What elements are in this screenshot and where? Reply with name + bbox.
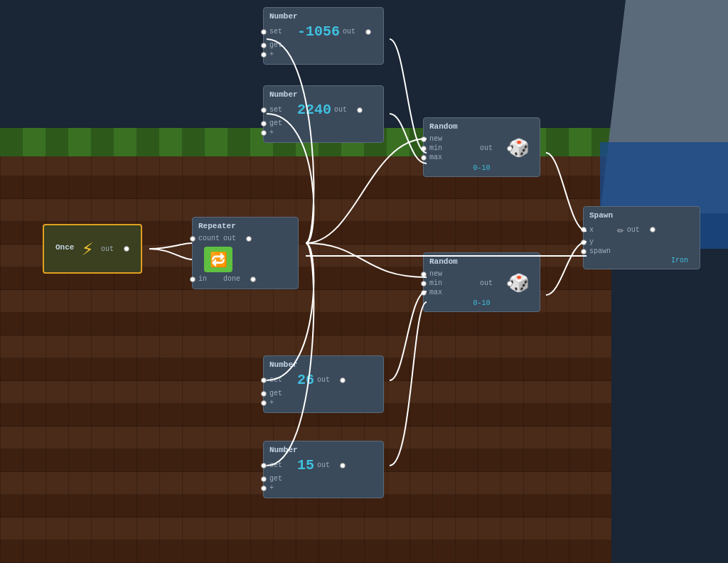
number1-node[interactable]: Number set -1056 out get + — [263, 7, 384, 65]
number1-out-dot[interactable] — [365, 29, 371, 35]
number4-value: 15 — [297, 457, 314, 473]
number3-out-label: out — [317, 376, 330, 384]
spawn-item-label: Iron — [589, 257, 688, 264]
number4-plus-label: + — [269, 484, 294, 492]
once-out-dot[interactable] — [124, 246, 129, 252]
repeater-in-dot[interactable] — [190, 277, 196, 282]
repeater-out-dot[interactable] — [246, 236, 252, 242]
random2-range: 0-10 — [429, 299, 534, 307]
number4-node[interactable]: Number set 15 out get + — [263, 441, 384, 498]
repeater-count-dot[interactable] — [190, 236, 196, 242]
number2-get-dot[interactable] — [261, 121, 267, 127]
number2-node[interactable]: Number set 2240 out get + — [263, 85, 384, 143]
spawn-y-label: y — [589, 238, 614, 246]
number4-set-label: set — [269, 461, 294, 469]
number1-set-label: set — [269, 28, 294, 36]
spawn-out-label: out — [627, 226, 640, 234]
spawn-node[interactable]: Spawn x ✏️ out y spawn Iron — [583, 206, 700, 269]
spawn-spawn-dot[interactable] — [581, 249, 587, 254]
random1-out-label: out — [480, 144, 493, 152]
random2-out-dot[interactable] — [507, 281, 513, 286]
spawn-y-dot[interactable] — [581, 240, 587, 245]
spawn-spawn-label: spawn — [589, 247, 614, 255]
number4-out-dot[interactable] — [340, 463, 346, 468]
random1-node[interactable]: Random new min out max 🎲 0-10 — [423, 117, 540, 177]
number4-set-dot[interactable] — [261, 463, 267, 468]
spawn-title: Spawn — [589, 211, 694, 220]
repeater-in-label: in — [198, 275, 223, 283]
number3-plus-label: + — [269, 399, 294, 407]
number2-set-label: set — [269, 106, 294, 114]
number2-out-dot[interactable] — [357, 107, 363, 113]
repeater-icon: 🔁 — [204, 247, 232, 272]
number2-plus-label: + — [269, 129, 294, 136]
number2-out-label: out — [334, 106, 347, 114]
number3-get-dot[interactable] — [261, 391, 267, 397]
random1-max-label: max — [429, 154, 454, 161]
number1-plus-dot[interactable] — [261, 52, 267, 58]
number2-set-dot[interactable] — [261, 107, 267, 113]
number1-out-label: out — [343, 28, 355, 36]
number1-get-dot[interactable] — [261, 43, 267, 48]
once-title: Once — [55, 243, 74, 252]
number3-plus-dot[interactable] — [261, 400, 267, 406]
number4-out-label: out — [317, 461, 330, 469]
number1-title: Number — [269, 12, 378, 21]
repeater-done-dot[interactable] — [250, 277, 256, 282]
random1-title: Random — [429, 122, 534, 131]
random2-node[interactable]: Random new min out max 🎲 0-10 — [423, 252, 540, 312]
spawn-x-label: x — [589, 226, 614, 234]
random2-out-label: out — [480, 279, 493, 287]
repeater-done-label: done — [223, 275, 240, 283]
random2-min-dot[interactable] — [421, 281, 427, 286]
number2-plus-dot[interactable] — [261, 130, 267, 136]
random1-out-dot[interactable] — [507, 146, 513, 151]
random2-max-label: max — [429, 289, 454, 296]
random1-range: 0-10 — [429, 164, 534, 172]
random1-max-dot[interactable] — [421, 155, 427, 161]
random2-new-label: new — [429, 270, 454, 278]
random2-title: Random — [429, 257, 534, 266]
random1-min-dot[interactable] — [421, 146, 427, 151]
number4-title: Number — [269, 446, 378, 454]
repeater-count-label: count — [198, 235, 223, 242]
number4-get-dot[interactable] — [261, 476, 267, 482]
number4-get-label: get — [269, 475, 294, 483]
number2-value: 2240 — [297, 102, 331, 118]
number1-get-label: get — [269, 41, 294, 49]
number2-get-label: get — [269, 119, 294, 127]
number3-value: 26 — [297, 372, 314, 388]
repeater-node[interactable]: Repeater count out 🔁 in done — [192, 217, 299, 289]
pencil-icon: ✏️ — [617, 222, 624, 237]
number3-title: Number — [269, 360, 378, 369]
number3-set-dot[interactable] — [261, 377, 267, 383]
number3-set-label: set — [269, 376, 294, 384]
random2-new-dot[interactable] — [421, 272, 427, 277]
random2-max-dot[interactable] — [421, 290, 427, 296]
once-out-label: out — [101, 245, 114, 253]
lightning-icon: ⚡ — [82, 237, 94, 261]
number3-get-label: get — [269, 390, 294, 397]
random2-min-label: min — [429, 279, 454, 287]
repeater-out-label: out — [223, 235, 236, 242]
number1-plus-label: + — [269, 50, 294, 58]
once-node[interactable]: Once ⚡ out — [43, 224, 142, 274]
number3-node[interactable]: Number set 26 out get + — [263, 355, 384, 413]
number1-value: -1056 — [297, 23, 340, 40]
spawn-x-dot[interactable] — [581, 227, 587, 232]
spawn-out-dot[interactable] — [650, 227, 655, 232]
number1-set-dot[interactable] — [261, 29, 267, 35]
number3-out-dot[interactable] — [340, 377, 346, 383]
number2-title: Number — [269, 90, 378, 99]
random1-min-label: min — [429, 144, 454, 152]
random1-new-dot[interactable] — [421, 136, 427, 142]
repeater-title: Repeater — [198, 222, 292, 230]
random1-new-label: new — [429, 135, 454, 143]
number4-plus-dot[interactable] — [261, 486, 267, 491]
